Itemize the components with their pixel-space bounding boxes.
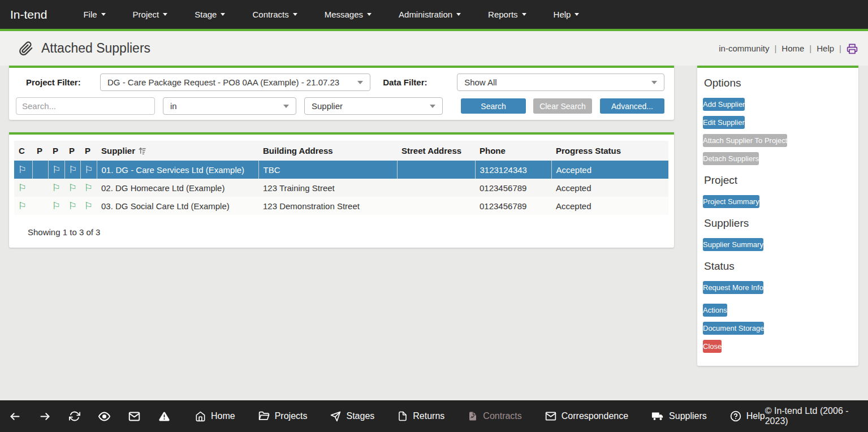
supplier-summary-button[interactable]: Supplier Summary bbox=[703, 238, 763, 251]
footer-nav-correspondence[interactable]: Correspondence bbox=[545, 411, 628, 422]
warning-triangle-icon[interactable] bbox=[158, 411, 170, 422]
cell-phone: 0123456789 bbox=[475, 179, 551, 197]
add-supplier-button[interactable]: Add Supplier bbox=[703, 98, 745, 111]
cell-progress-status: Accepted bbox=[551, 161, 668, 179]
suppliers-table-panel: C P P P P Supplier bbox=[9, 132, 674, 248]
table-row[interactable]: ⚐ ⚐ ⚐ ⚐ 02. DG Homecare Ltd (Example) 12… bbox=[14, 179, 668, 197]
chevron-down-icon bbox=[367, 13, 372, 16]
col-header-building-address[interactable]: Building Address bbox=[258, 141, 397, 161]
col-header-supplier[interactable]: Supplier bbox=[97, 141, 258, 161]
menu-messages[interactable]: Messages bbox=[311, 0, 385, 29]
menu-stage[interactable]: Stage bbox=[181, 0, 239, 29]
advanced-button[interactable]: Advanced... bbox=[600, 98, 664, 114]
chevron-down-icon bbox=[163, 13, 167, 16]
home-icon bbox=[195, 411, 206, 422]
truck-icon bbox=[651, 410, 664, 422]
footer-nav-projects[interactable]: Projects bbox=[258, 411, 308, 422]
table-header-row: C P P P P Supplier bbox=[14, 141, 668, 161]
bottom-toolbar: Home Projects Stages Returns Contracts C… bbox=[0, 400, 868, 432]
question-circle-icon bbox=[730, 411, 741, 422]
refresh-icon[interactable] bbox=[69, 411, 80, 422]
data-filter-select[interactable]: Show All bbox=[457, 74, 664, 91]
footer-nav-home[interactable]: Home bbox=[195, 411, 235, 422]
attach-supplier-button[interactable]: Attach Supplier To Project bbox=[703, 134, 787, 147]
chevron-down-icon bbox=[101, 13, 106, 16]
footer-nav-help[interactable]: Help bbox=[730, 411, 765, 422]
flag-icon: ⚐ bbox=[18, 201, 27, 211]
envelope-icon[interactable] bbox=[128, 411, 140, 422]
sidebar-heading-status: Status bbox=[704, 260, 853, 273]
close-button[interactable]: Close bbox=[703, 340, 722, 353]
cell-supplier: 03. DG Social Care Ltd (Example) bbox=[97, 197, 258, 215]
print-icon[interactable] bbox=[847, 43, 858, 54]
sort-ascending-icon bbox=[138, 146, 146, 155]
cell-phone: 3123124343 bbox=[475, 161, 551, 179]
footer-nav-suppliers[interactable]: Suppliers bbox=[651, 410, 707, 422]
menu-administration[interactable]: Administration bbox=[385, 0, 474, 29]
col-header-phone[interactable]: Phone bbox=[475, 141, 551, 161]
chevron-down-icon bbox=[430, 105, 435, 108]
contract-document-icon bbox=[468, 411, 478, 421]
table-summary: Showing 1 to 3 of 3 bbox=[28, 227, 669, 237]
flag-icon: ⚐ bbox=[52, 201, 61, 211]
menu-reports[interactable]: Reports bbox=[474, 0, 540, 29]
link-help[interactable]: Help bbox=[817, 44, 834, 53]
forward-arrow-icon[interactable] bbox=[39, 411, 51, 422]
project-summary-button[interactable]: Project Summary bbox=[703, 195, 759, 208]
folder-icon bbox=[258, 411, 270, 422]
eye-icon[interactable] bbox=[98, 411, 110, 422]
flag-icon: ⚐ bbox=[84, 201, 93, 211]
link-in-community[interactable]: in-community bbox=[719, 44, 769, 53]
cell-street-address bbox=[397, 179, 475, 197]
menu-file[interactable]: File bbox=[70, 0, 119, 29]
project-filter-value: DG - Care Package Request - PO8 0AA (Exa… bbox=[107, 77, 339, 87]
search-button[interactable]: Search bbox=[461, 98, 526, 114]
menu-help[interactable]: Help bbox=[540, 0, 593, 29]
col-header-p1[interactable]: P bbox=[32, 141, 48, 161]
flag-icon: ⚐ bbox=[84, 183, 93, 193]
clear-search-button[interactable]: Clear Search bbox=[533, 98, 592, 114]
col-header-progress-status[interactable]: Progress Status bbox=[551, 141, 668, 161]
col-header-p3[interactable]: P bbox=[64, 141, 80, 161]
flag-icon: ⚐ bbox=[68, 183, 77, 193]
menu-project[interactable]: Project bbox=[119, 0, 182, 29]
document-storage-button[interactable]: Document Storage bbox=[703, 322, 764, 335]
envelope-icon bbox=[545, 411, 556, 422]
flag-icon: ⚐ bbox=[53, 165, 61, 175]
flag-icon: ⚐ bbox=[18, 183, 27, 193]
app-logo[interactable]: In-tend bbox=[10, 8, 47, 21]
col-header-p4[interactable]: P bbox=[80, 141, 97, 161]
paperclip-icon bbox=[19, 41, 33, 56]
menu-stage-label: Stage bbox=[195, 10, 217, 19]
sidebar-heading-options: Options bbox=[704, 77, 853, 89]
menu-contracts[interactable]: Contracts bbox=[239, 0, 310, 29]
search-in-select[interactable]: in bbox=[163, 97, 296, 115]
project-filter-select[interactable]: DG - Care Package Request - PO8 0AA (Exa… bbox=[100, 74, 370, 91]
table-row[interactable]: ⚐ ⚐ ⚐ ⚐ 03. DG Social Care Ltd (Example)… bbox=[14, 197, 668, 215]
menu-project-label: Project bbox=[133, 10, 159, 19]
menu-file-label: File bbox=[83, 10, 97, 19]
detach-suppliers-button[interactable]: Detach Suppliers bbox=[703, 152, 759, 165]
link-home[interactable]: Home bbox=[781, 44, 804, 53]
table-row[interactable]: ⚐ ⚐ ⚐ ⚐ 01. DG - Care Services Ltd (Exam… bbox=[14, 161, 668, 179]
footer-nav-stages[interactable]: Stages bbox=[330, 411, 374, 422]
cell-phone: 0123456789 bbox=[475, 197, 551, 215]
search-field-select[interactable]: Supplier bbox=[304, 97, 443, 115]
menu-contracts-label: Contracts bbox=[252, 10, 288, 19]
data-filter-value: Show All bbox=[464, 77, 497, 87]
cell-progress-status: Accepted bbox=[551, 179, 668, 197]
request-more-info-button[interactable]: Request More Info bbox=[703, 281, 763, 294]
flag-icon: ⚐ bbox=[85, 165, 93, 175]
paper-plane-icon bbox=[330, 411, 341, 422]
edit-supplier-button[interactable]: Edit Supplier bbox=[703, 116, 745, 129]
chevron-down-icon bbox=[575, 13, 579, 16]
col-header-street-address[interactable]: Street Address bbox=[397, 141, 475, 161]
actions-button[interactable]: Actions bbox=[703, 304, 727, 317]
flag-icon: ⚐ bbox=[68, 201, 77, 211]
search-input[interactable] bbox=[16, 97, 155, 115]
cell-supplier: 02. DG Homecare Ltd (Example) bbox=[97, 179, 258, 197]
back-arrow-icon[interactable] bbox=[9, 411, 21, 422]
col-header-p2[interactable]: P bbox=[48, 141, 64, 161]
col-header-c[interactable]: C bbox=[14, 141, 32, 161]
footer-nav-returns[interactable]: Returns bbox=[398, 411, 444, 421]
